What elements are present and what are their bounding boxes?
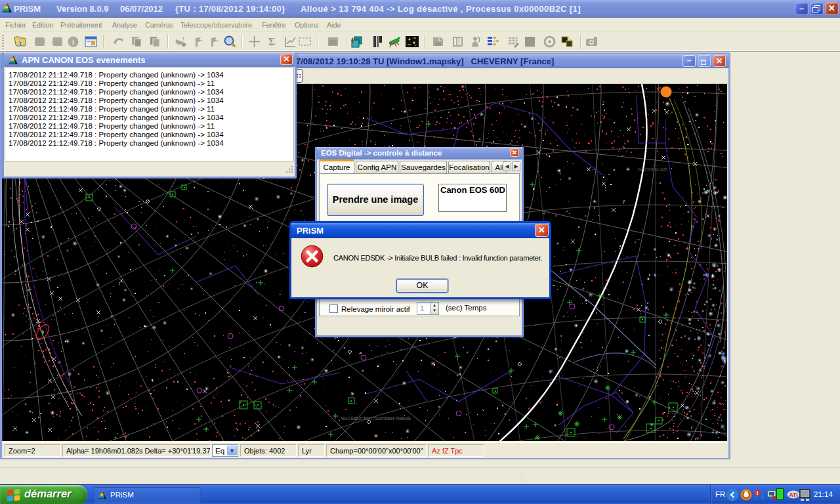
svg-text:Σ: Σ — [268, 36, 275, 47]
svg-text:i: i — [72, 38, 74, 46]
svg-text:NGC5904=M5: NGC5904=M5 — [638, 167, 667, 172]
svg-text:NGC6853=M27=Dumbbell Nebula: NGC6853=M27=Dumbbell Nebula — [341, 416, 411, 421]
svg-text:ATI: ATI — [789, 492, 797, 498]
